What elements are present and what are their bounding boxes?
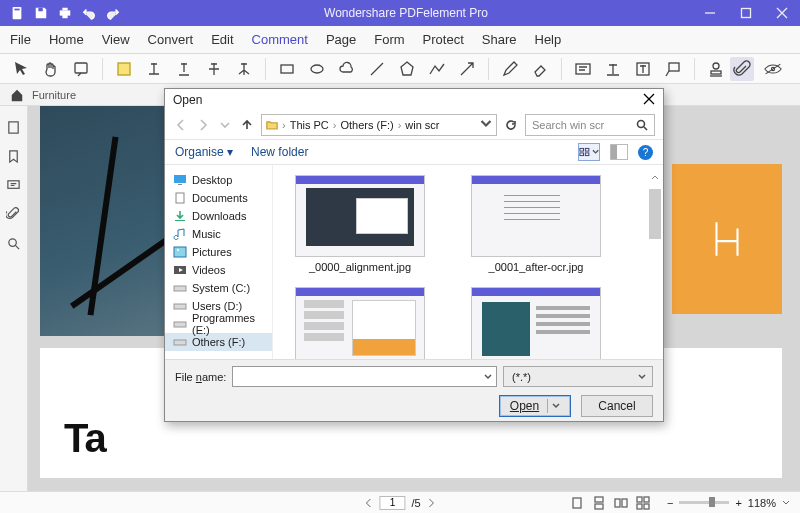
document-tab[interactable]: Furniture <box>32 89 76 101</box>
filename-input[interactable] <box>232 366 497 387</box>
minimize-button[interactable] <box>692 0 728 26</box>
chevron-down-icon[interactable] <box>484 373 492 381</box>
eraser-icon[interactable] <box>531 60 549 78</box>
hand-tool-icon[interactable] <box>42 60 60 78</box>
view-facing-icon[interactable] <box>614 496 628 510</box>
tree-label: Programmes (E:) <box>192 312 272 336</box>
text-box-icon[interactable] <box>574 60 592 78</box>
caret-insert-icon[interactable] <box>235 60 253 78</box>
menu-convert[interactable]: Convert <box>148 32 194 47</box>
svg-point-10 <box>311 65 323 73</box>
svg-rect-17 <box>9 122 18 133</box>
page-next-icon[interactable] <box>427 498 437 508</box>
highlight-area-icon[interactable] <box>115 60 133 78</box>
attachment-button[interactable] <box>730 57 754 81</box>
select-tool-icon[interactable] <box>12 60 30 78</box>
addr-dropdown-icon[interactable] <box>480 118 492 130</box>
organise-menu[interactable]: Organise ▾ <box>175 145 233 159</box>
pencil-icon[interactable] <box>501 60 519 78</box>
strikethrough-icon[interactable] <box>205 60 223 78</box>
menu-protect[interactable]: Protect <box>423 32 464 47</box>
redo-icon[interactable] <box>106 6 120 20</box>
save-icon[interactable] <box>34 6 48 20</box>
file-item[interactable]: _0001_after-ocr.jpg <box>457 175 615 273</box>
attachments-panel-icon[interactable] <box>6 207 21 222</box>
shape-rect-icon[interactable] <box>278 60 296 78</box>
address-bar[interactable]: › This PC › Others (F:) › win scr <box>261 114 497 136</box>
svg-rect-24 <box>622 499 627 507</box>
folder-tree[interactable]: Desktop Documents Downloads Music Pictur… <box>165 165 273 359</box>
text-callout-icon[interactable] <box>634 60 652 78</box>
thumbnails-panel-icon[interactable] <box>6 120 21 135</box>
menu-help[interactable]: Help <box>535 32 562 47</box>
menu-comment[interactable]: Comment <box>252 32 308 47</box>
svg-rect-21 <box>595 497 603 502</box>
maximize-button[interactable] <box>728 0 764 26</box>
tree-label: Others (F:) <box>192 336 245 348</box>
dialog-close-button[interactable] <box>643 93 655 108</box>
chevron-down-icon <box>638 373 646 381</box>
search-panel-icon[interactable] <box>6 236 21 251</box>
stamp-icon[interactable] <box>707 60 725 78</box>
undo-icon[interactable] <box>82 6 96 20</box>
menu-view[interactable]: View <box>102 32 130 47</box>
refresh-button[interactable] <box>503 117 519 133</box>
home-icon[interactable] <box>10 88 24 102</box>
page-prev-icon[interactable] <box>363 498 373 508</box>
view-facing-cont-icon[interactable] <box>636 496 650 510</box>
file-item[interactable]: _0002_adjust-pane.jpg <box>281 287 439 359</box>
menu-share[interactable]: Share <box>482 32 517 47</box>
shape-connected-icon[interactable] <box>428 60 446 78</box>
svg-rect-28 <box>644 504 649 509</box>
page-current-input[interactable] <box>379 496 405 510</box>
comments-panel-icon[interactable] <box>6 178 21 193</box>
shape-line-icon[interactable] <box>368 60 386 78</box>
help-button[interactable]: ? <box>638 145 653 160</box>
file-list[interactable]: _0000_alignment.jpg _0001_after-ocr.jpg … <box>273 165 663 359</box>
shape-oval-icon[interactable] <box>308 60 326 78</box>
file-item[interactable]: _0003_add-more.jpg <box>457 287 615 359</box>
cancel-button[interactable]: Cancel <box>581 395 653 417</box>
scrollbar[interactable] <box>649 171 661 353</box>
menu-form[interactable]: Form <box>374 32 404 47</box>
search-input[interactable]: Search win scr <box>525 114 655 136</box>
view-continuous-icon[interactable] <box>592 496 606 510</box>
chevron-down-icon[interactable] <box>552 402 560 410</box>
view-mode-button[interactable] <box>578 143 600 161</box>
nav-recent-button[interactable] <box>217 117 233 133</box>
preview-pane-button[interactable] <box>610 144 628 160</box>
view-single-icon[interactable] <box>570 496 584 510</box>
print-icon[interactable] <box>58 6 72 20</box>
shape-cloud-icon[interactable] <box>338 60 356 78</box>
open-button[interactable]: Open <box>499 395 571 417</box>
new-folder-button[interactable]: New folder <box>251 145 308 159</box>
file-item[interactable]: _0000_alignment.jpg <box>281 175 439 273</box>
menu-home[interactable]: Home <box>49 32 84 47</box>
hide-annotations-icon[interactable] <box>764 60 782 78</box>
zoom-minus[interactable]: − <box>667 497 673 509</box>
underline-text-icon[interactable] <box>175 60 193 78</box>
breadcrumb-seg[interactable]: win scr <box>401 119 443 131</box>
close-button[interactable] <box>764 0 800 26</box>
shape-arrow-icon[interactable] <box>458 60 476 78</box>
chair-icon <box>706 218 748 260</box>
zoom-dropdown-icon[interactable] <box>782 499 790 507</box>
bookmarks-panel-icon[interactable] <box>6 149 21 164</box>
zoom-plus[interactable]: + <box>735 497 741 509</box>
breadcrumb-seg[interactable]: Others (F:) <box>336 119 397 131</box>
menu-page[interactable]: Page <box>326 32 356 47</box>
file-type-filter[interactable]: (*.*) <box>503 366 653 387</box>
nav-up-button[interactable] <box>239 117 255 133</box>
zoom-slider[interactable] <box>679 501 729 504</box>
breadcrumb-seg[interactable]: This PC <box>286 119 333 131</box>
callout-icon[interactable] <box>664 60 682 78</box>
note-tool-icon[interactable] <box>72 60 90 78</box>
shape-polygon-icon[interactable] <box>398 60 416 78</box>
menu-edit[interactable]: Edit <box>211 32 233 47</box>
nav-forward-button[interactable] <box>195 117 211 133</box>
nav-back-button[interactable] <box>173 117 189 133</box>
menu-file[interactable]: File <box>10 32 31 47</box>
scroll-up-icon[interactable] <box>649 172 661 182</box>
typewriter-icon[interactable] <box>604 60 622 78</box>
highlight-text-icon[interactable] <box>145 60 163 78</box>
